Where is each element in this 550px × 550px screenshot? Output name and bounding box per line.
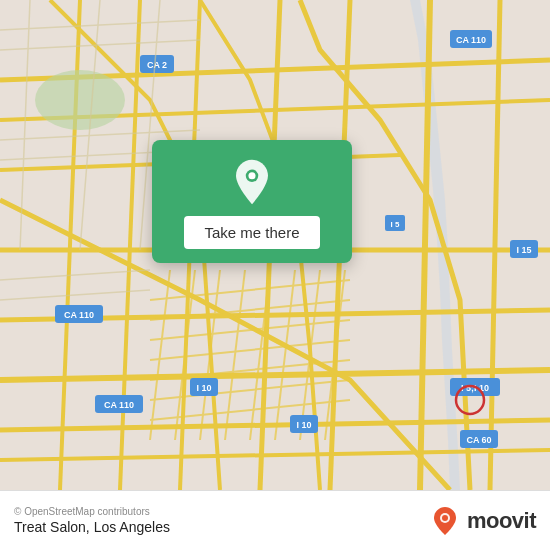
- map-container: CA 2 CA 110 CA 110 I 10 CA 110 I 10 I 5;…: [0, 0, 550, 490]
- location-name: Treat Salon, Los Angeles: [14, 519, 170, 535]
- svg-text:I 15: I 15: [516, 245, 531, 255]
- bottom-bar: © OpenStreetMap contributors Treat Salon…: [0, 490, 550, 550]
- bottom-left-info: © OpenStreetMap contributors Treat Salon…: [14, 506, 170, 535]
- svg-point-65: [442, 515, 448, 521]
- svg-text:CA 110: CA 110: [456, 35, 486, 45]
- svg-text:CA 110: CA 110: [104, 400, 134, 410]
- svg-point-52: [35, 70, 125, 130]
- location-pin-icon: [228, 158, 276, 206]
- moovit-icon: [429, 505, 461, 537]
- moovit-brand-text: moovit: [467, 508, 536, 534]
- svg-text:I 10: I 10: [196, 383, 211, 393]
- svg-text:CA 110: CA 110: [64, 310, 94, 320]
- svg-point-63: [248, 172, 255, 179]
- take-me-there-button[interactable]: Take me there: [184, 216, 319, 249]
- svg-text:CA 60: CA 60: [466, 435, 491, 445]
- svg-text:I 5: I 5: [391, 220, 400, 229]
- svg-text:CA 2: CA 2: [147, 60, 167, 70]
- moovit-logo: moovit: [429, 505, 536, 537]
- location-card: Take me there: [152, 140, 352, 263]
- copyright-text: © OpenStreetMap contributors: [14, 506, 170, 517]
- svg-text:I 10: I 10: [296, 420, 311, 430]
